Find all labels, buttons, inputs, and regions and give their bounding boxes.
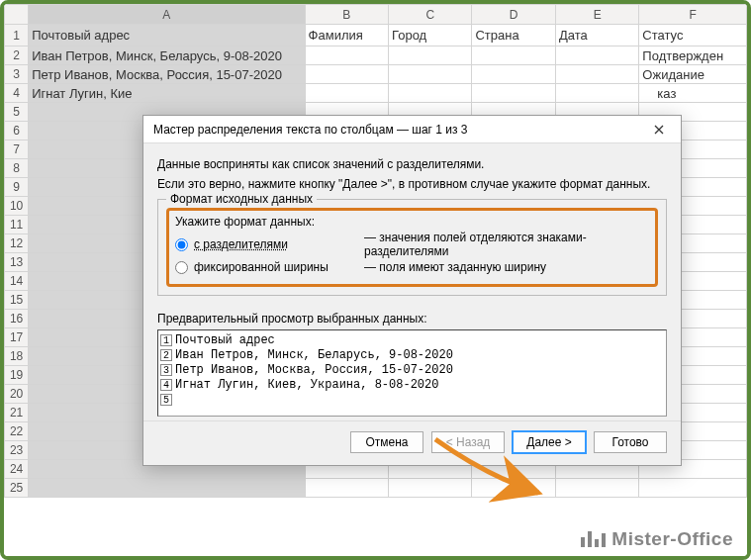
row-header[interactable]: 5: [5, 103, 29, 122]
format-prompt: Укажите формат данных:: [175, 215, 649, 229]
col-header-D[interactable]: D: [472, 5, 555, 25]
close-icon: [654, 125, 664, 135]
radio-fixed-width[interactable]: фиксированной ширины — поля имеют заданн…: [175, 260, 649, 274]
cell[interactable]: Фамилия: [305, 25, 388, 47]
next-button[interactable]: Далее >: [513, 431, 586, 453]
row-header[interactable]: 24: [5, 460, 29, 479]
cell[interactable]: Иван Петров, Минск, Беларусь, 9-08-2020: [29, 47, 305, 65]
dialog-title: Мастер распределения текста по столбцам …: [153, 123, 468, 137]
row-header[interactable]: 21: [5, 404, 29, 422]
cell[interactable]: [389, 479, 472, 498]
spreadsheet-grid[interactable]: A B C D E F 1 Почтовый адрес Фамилия Гор…: [4, 4, 747, 103]
row-header[interactable]: 19: [5, 366, 29, 385]
cell[interactable]: Подтвержден: [639, 47, 747, 65]
row-header[interactable]: 20: [5, 385, 29, 404]
close-button[interactable]: [645, 119, 673, 140]
radio-fixed-width-input[interactable]: [175, 261, 188, 274]
highlight-annotation: Укажите формат данных: с разделителями —…: [166, 208, 658, 287]
col-header-B[interactable]: B: [305, 5, 388, 25]
finish-button[interactable]: Готово: [594, 431, 667, 453]
cell[interactable]: каз: [639, 84, 747, 103]
dialog-text-2: Если это верно, нажмите кнопку "Далее >"…: [157, 177, 667, 191]
back-button[interactable]: < Назад: [431, 431, 505, 453]
row-header[interactable]: 2: [5, 47, 29, 65]
cell[interactable]: [472, 479, 555, 498]
cell[interactable]: Страна: [472, 25, 555, 47]
cell[interactable]: [472, 84, 555, 103]
row-header[interactable]: 18: [5, 347, 29, 366]
corner-cell[interactable]: [5, 5, 29, 25]
cell[interactable]: Статус: [639, 25, 747, 47]
watermark: Mister-Office: [581, 528, 733, 550]
row-header[interactable]: 8: [5, 159, 29, 178]
cell[interactable]: [389, 65, 472, 84]
row-header[interactable]: 10: [5, 197, 29, 216]
radio-fixed-width-label: фиксированной ширины: [194, 260, 329, 274]
cell[interactable]: Игнат Лугин, Кие: [29, 84, 305, 103]
cell[interactable]: Ожидание: [639, 65, 747, 84]
row-header[interactable]: 14: [5, 272, 29, 291]
col-header-F[interactable]: F: [639, 5, 747, 25]
cell[interactable]: [389, 84, 472, 103]
row-header[interactable]: 9: [5, 178, 29, 197]
row-header[interactable]: 3: [5, 65, 29, 84]
cell[interactable]: [389, 47, 472, 65]
row-header[interactable]: 11: [5, 216, 29, 234]
row-header[interactable]: 1: [5, 25, 29, 47]
preview-row: 4Игнат Лугин, Киев, Украина, 8-08-2020: [160, 377, 664, 392]
row-header[interactable]: 13: [5, 253, 29, 272]
row-header[interactable]: 4: [5, 84, 29, 103]
radio-delimited-input[interactable]: [175, 238, 188, 251]
preview-row: 1Почтовый адрес: [160, 332, 664, 347]
radio-fixed-width-desc: — поля имеют заданную ширину: [364, 260, 546, 274]
row-header[interactable]: 7: [5, 140, 29, 159]
cell[interactable]: Почтовый адрес: [29, 25, 305, 47]
text-to-columns-wizard-dialog: Мастер распределения текста по столбцам …: [142, 115, 682, 466]
cell[interactable]: [472, 65, 555, 84]
row-header[interactable]: 23: [5, 441, 29, 460]
preview-label: Предварительный просмотр выбранных данны…: [157, 312, 667, 326]
cell[interactable]: Город: [389, 25, 472, 47]
row-header[interactable]: 6: [5, 122, 29, 140]
cell[interactable]: [472, 47, 555, 65]
cell[interactable]: Петр Иванов, Москва, Россия, 15-07-2020: [29, 65, 305, 84]
preview-row: 3Петр Иванов, Москва, Россия, 15-07-2020: [160, 362, 664, 377]
row-header[interactable]: 16: [5, 310, 29, 328]
preview-row: 5: [160, 392, 664, 407]
row-header[interactable]: 25: [5, 479, 29, 498]
fieldset-legend: Формат исходных данных: [166, 192, 317, 206]
cell[interactable]: [555, 47, 638, 65]
dialog-titlebar[interactable]: Мастер распределения текста по столбцам …: [143, 116, 681, 143]
watermark-text: Mister-Office: [611, 528, 733, 550]
cell[interactable]: [29, 479, 305, 498]
row-header[interactable]: 22: [5, 422, 29, 441]
watermark-icon: [581, 531, 606, 547]
radio-delimited-desc: — значения полей отделяются знаками-разд…: [364, 231, 649, 258]
cancel-button[interactable]: Отмена: [350, 431, 423, 453]
radio-delimited-label: с разделителями: [194, 237, 288, 251]
cell[interactable]: [305, 65, 388, 84]
cell[interactable]: [555, 479, 638, 498]
cell[interactable]: [639, 479, 747, 498]
preview-row: 2Иван Петров, Минск, Беларусь, 9-08-2020: [160, 347, 664, 362]
col-header-A[interactable]: A: [29, 5, 305, 25]
dialog-button-row: Отмена < Назад Далее > Готово: [143, 420, 681, 465]
cell[interactable]: [555, 65, 638, 84]
col-header-E[interactable]: E: [555, 5, 638, 25]
radio-delimited[interactable]: с разделителями — значения полей отделяю…: [175, 231, 649, 258]
row-header[interactable]: 12: [5, 234, 29, 253]
col-header-C[interactable]: C: [389, 5, 472, 25]
row-header[interactable]: 17: [5, 328, 29, 347]
cell[interactable]: [305, 47, 388, 65]
row-header[interactable]: 15: [5, 291, 29, 310]
preview-box[interactable]: 1Почтовый адрес2Иван Петров, Минск, Бела…: [157, 329, 667, 417]
cell[interactable]: [305, 84, 388, 103]
cell[interactable]: [555, 84, 638, 103]
source-format-fieldset: Формат исходных данных Укажите формат да…: [157, 199, 667, 296]
cell[interactable]: Дата: [555, 25, 638, 47]
cell[interactable]: [305, 479, 388, 498]
dialog-text-1: Данные восприняты как список значений с …: [157, 157, 667, 171]
